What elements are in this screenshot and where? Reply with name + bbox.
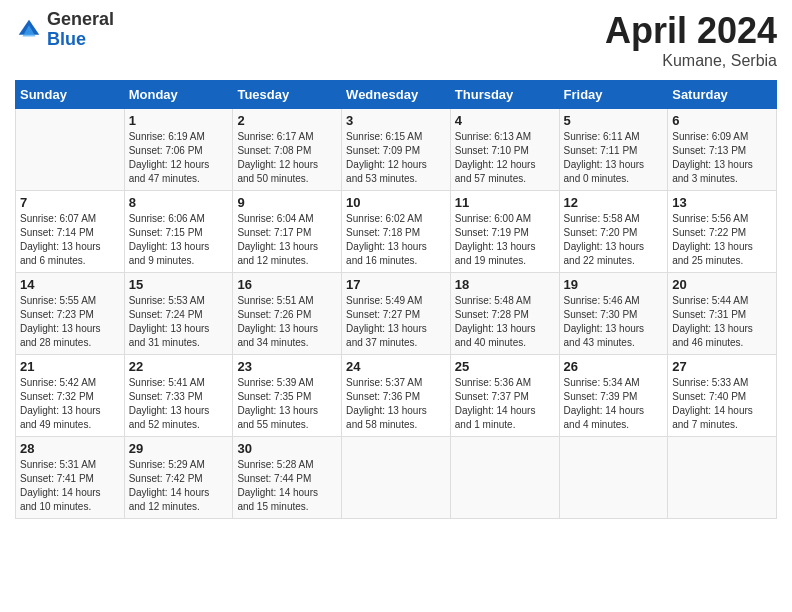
header-thursday: Thursday bbox=[450, 81, 559, 109]
calendar-cell: 21Sunrise: 5:42 AM Sunset: 7:32 PM Dayli… bbox=[16, 355, 125, 437]
day-info: Sunrise: 5:36 AM Sunset: 7:37 PM Dayligh… bbox=[455, 376, 555, 432]
header-friday: Friday bbox=[559, 81, 668, 109]
day-number: 17 bbox=[346, 277, 446, 292]
day-number: 6 bbox=[672, 113, 772, 128]
day-number: 23 bbox=[237, 359, 337, 374]
calendar-week-row: 1Sunrise: 6:19 AM Sunset: 7:06 PM Daylig… bbox=[16, 109, 777, 191]
day-number: 2 bbox=[237, 113, 337, 128]
day-info: Sunrise: 5:49 AM Sunset: 7:27 PM Dayligh… bbox=[346, 294, 446, 350]
day-info: Sunrise: 5:37 AM Sunset: 7:36 PM Dayligh… bbox=[346, 376, 446, 432]
calendar-cell bbox=[16, 109, 125, 191]
day-number: 14 bbox=[20, 277, 120, 292]
calendar-cell: 3Sunrise: 6:15 AM Sunset: 7:09 PM Daylig… bbox=[342, 109, 451, 191]
day-info: Sunrise: 5:28 AM Sunset: 7:44 PM Dayligh… bbox=[237, 458, 337, 514]
day-info: Sunrise: 5:55 AM Sunset: 7:23 PM Dayligh… bbox=[20, 294, 120, 350]
day-number: 18 bbox=[455, 277, 555, 292]
day-info: Sunrise: 5:39 AM Sunset: 7:35 PM Dayligh… bbox=[237, 376, 337, 432]
header-sunday: Sunday bbox=[16, 81, 125, 109]
day-info: Sunrise: 5:42 AM Sunset: 7:32 PM Dayligh… bbox=[20, 376, 120, 432]
calendar-cell: 30Sunrise: 5:28 AM Sunset: 7:44 PM Dayli… bbox=[233, 437, 342, 519]
calendar-cell: 15Sunrise: 5:53 AM Sunset: 7:24 PM Dayli… bbox=[124, 273, 233, 355]
calendar-cell: 10Sunrise: 6:02 AM Sunset: 7:18 PM Dayli… bbox=[342, 191, 451, 273]
day-number: 5 bbox=[564, 113, 664, 128]
page-container: General Blue April 2024 Kumane, Serbia S… bbox=[0, 0, 792, 529]
calendar-cell bbox=[450, 437, 559, 519]
calendar-cell: 13Sunrise: 5:56 AM Sunset: 7:22 PM Dayli… bbox=[668, 191, 777, 273]
day-info: Sunrise: 6:00 AM Sunset: 7:19 PM Dayligh… bbox=[455, 212, 555, 268]
day-number: 26 bbox=[564, 359, 664, 374]
calendar-cell: 17Sunrise: 5:49 AM Sunset: 7:27 PM Dayli… bbox=[342, 273, 451, 355]
calendar-cell: 11Sunrise: 6:00 AM Sunset: 7:19 PM Dayli… bbox=[450, 191, 559, 273]
calendar-cell: 8Sunrise: 6:06 AM Sunset: 7:15 PM Daylig… bbox=[124, 191, 233, 273]
day-info: Sunrise: 6:17 AM Sunset: 7:08 PM Dayligh… bbox=[237, 130, 337, 186]
calendar-cell bbox=[668, 437, 777, 519]
calendar-cell: 5Sunrise: 6:11 AM Sunset: 7:11 PM Daylig… bbox=[559, 109, 668, 191]
day-info: Sunrise: 5:41 AM Sunset: 7:33 PM Dayligh… bbox=[129, 376, 229, 432]
calendar-cell: 7Sunrise: 6:07 AM Sunset: 7:14 PM Daylig… bbox=[16, 191, 125, 273]
calendar-cell: 22Sunrise: 5:41 AM Sunset: 7:33 PM Dayli… bbox=[124, 355, 233, 437]
calendar-cell: 20Sunrise: 5:44 AM Sunset: 7:31 PM Dayli… bbox=[668, 273, 777, 355]
day-number: 28 bbox=[20, 441, 120, 456]
calendar-cell: 24Sunrise: 5:37 AM Sunset: 7:36 PM Dayli… bbox=[342, 355, 451, 437]
day-number: 20 bbox=[672, 277, 772, 292]
day-number: 15 bbox=[129, 277, 229, 292]
calendar-cell: 25Sunrise: 5:36 AM Sunset: 7:37 PM Dayli… bbox=[450, 355, 559, 437]
day-number: 21 bbox=[20, 359, 120, 374]
day-info: Sunrise: 5:29 AM Sunset: 7:42 PM Dayligh… bbox=[129, 458, 229, 514]
day-info: Sunrise: 6:02 AM Sunset: 7:18 PM Dayligh… bbox=[346, 212, 446, 268]
logo-general: General bbox=[47, 10, 114, 30]
day-number: 24 bbox=[346, 359, 446, 374]
calendar-week-row: 21Sunrise: 5:42 AM Sunset: 7:32 PM Dayli… bbox=[16, 355, 777, 437]
logo-text: General Blue bbox=[47, 10, 114, 50]
calendar-location: Kumane, Serbia bbox=[605, 52, 777, 70]
page-header: General Blue April 2024 Kumane, Serbia bbox=[15, 10, 777, 70]
day-info: Sunrise: 5:51 AM Sunset: 7:26 PM Dayligh… bbox=[237, 294, 337, 350]
calendar-cell: 16Sunrise: 5:51 AM Sunset: 7:26 PM Dayli… bbox=[233, 273, 342, 355]
day-number: 29 bbox=[129, 441, 229, 456]
day-number: 27 bbox=[672, 359, 772, 374]
day-info: Sunrise: 5:31 AM Sunset: 7:41 PM Dayligh… bbox=[20, 458, 120, 514]
calendar-cell: 19Sunrise: 5:46 AM Sunset: 7:30 PM Dayli… bbox=[559, 273, 668, 355]
day-number: 12 bbox=[564, 195, 664, 210]
day-number: 22 bbox=[129, 359, 229, 374]
title-block: April 2024 Kumane, Serbia bbox=[605, 10, 777, 70]
header-wednesday: Wednesday bbox=[342, 81, 451, 109]
day-info: Sunrise: 6:13 AM Sunset: 7:10 PM Dayligh… bbox=[455, 130, 555, 186]
calendar-cell: 18Sunrise: 5:48 AM Sunset: 7:28 PM Dayli… bbox=[450, 273, 559, 355]
calendar-cell bbox=[342, 437, 451, 519]
day-info: Sunrise: 5:48 AM Sunset: 7:28 PM Dayligh… bbox=[455, 294, 555, 350]
calendar-cell: 23Sunrise: 5:39 AM Sunset: 7:35 PM Dayli… bbox=[233, 355, 342, 437]
calendar-cell: 9Sunrise: 6:04 AM Sunset: 7:17 PM Daylig… bbox=[233, 191, 342, 273]
day-number: 1 bbox=[129, 113, 229, 128]
calendar-cell: 26Sunrise: 5:34 AM Sunset: 7:39 PM Dayli… bbox=[559, 355, 668, 437]
day-info: Sunrise: 6:04 AM Sunset: 7:17 PM Dayligh… bbox=[237, 212, 337, 268]
calendar-cell: 12Sunrise: 5:58 AM Sunset: 7:20 PM Dayli… bbox=[559, 191, 668, 273]
day-number: 8 bbox=[129, 195, 229, 210]
day-number: 4 bbox=[455, 113, 555, 128]
day-info: Sunrise: 6:07 AM Sunset: 7:14 PM Dayligh… bbox=[20, 212, 120, 268]
day-number: 9 bbox=[237, 195, 337, 210]
day-info: Sunrise: 6:19 AM Sunset: 7:06 PM Dayligh… bbox=[129, 130, 229, 186]
calendar-title: April 2024 bbox=[605, 10, 777, 52]
day-info: Sunrise: 6:11 AM Sunset: 7:11 PM Dayligh… bbox=[564, 130, 664, 186]
calendar-cell: 28Sunrise: 5:31 AM Sunset: 7:41 PM Dayli… bbox=[16, 437, 125, 519]
day-number: 10 bbox=[346, 195, 446, 210]
day-info: Sunrise: 5:58 AM Sunset: 7:20 PM Dayligh… bbox=[564, 212, 664, 268]
day-number: 3 bbox=[346, 113, 446, 128]
logo: General Blue bbox=[15, 10, 114, 50]
calendar-cell: 4Sunrise: 6:13 AM Sunset: 7:10 PM Daylig… bbox=[450, 109, 559, 191]
day-info: Sunrise: 5:56 AM Sunset: 7:22 PM Dayligh… bbox=[672, 212, 772, 268]
calendar-cell: 6Sunrise: 6:09 AM Sunset: 7:13 PM Daylig… bbox=[668, 109, 777, 191]
calendar-cell: 27Sunrise: 5:33 AM Sunset: 7:40 PM Dayli… bbox=[668, 355, 777, 437]
day-info: Sunrise: 5:44 AM Sunset: 7:31 PM Dayligh… bbox=[672, 294, 772, 350]
header-tuesday: Tuesday bbox=[233, 81, 342, 109]
calendar-cell: 14Sunrise: 5:55 AM Sunset: 7:23 PM Dayli… bbox=[16, 273, 125, 355]
calendar-cell: 1Sunrise: 6:19 AM Sunset: 7:06 PM Daylig… bbox=[124, 109, 233, 191]
header-saturday: Saturday bbox=[668, 81, 777, 109]
calendar-week-row: 14Sunrise: 5:55 AM Sunset: 7:23 PM Dayli… bbox=[16, 273, 777, 355]
day-info: Sunrise: 5:34 AM Sunset: 7:39 PM Dayligh… bbox=[564, 376, 664, 432]
calendar-cell: 29Sunrise: 5:29 AM Sunset: 7:42 PM Dayli… bbox=[124, 437, 233, 519]
logo-blue: Blue bbox=[47, 30, 114, 50]
day-number: 13 bbox=[672, 195, 772, 210]
calendar-cell bbox=[559, 437, 668, 519]
